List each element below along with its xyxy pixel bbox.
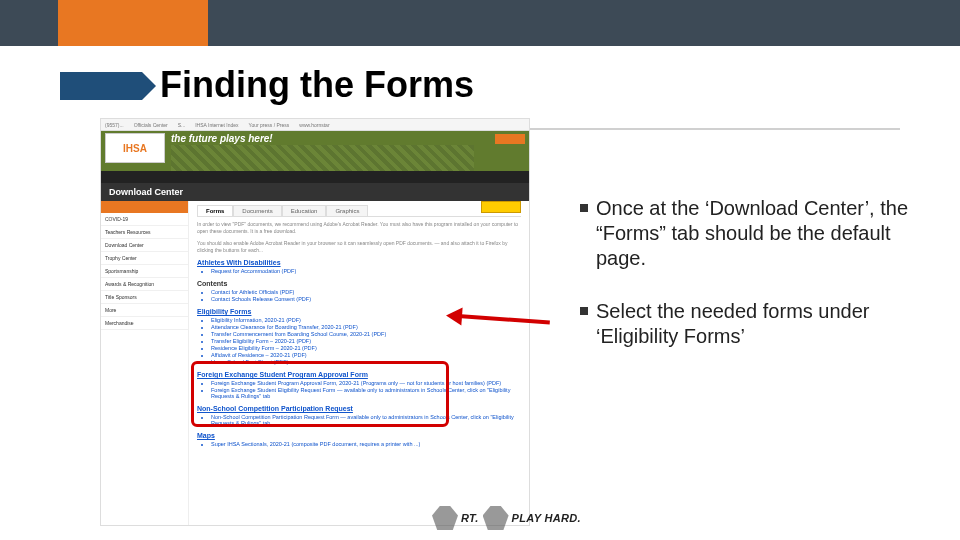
sidebar-item[interactable]: Awards & Recognition <box>101 278 188 291</box>
site-main-nav <box>101 171 529 183</box>
content-tabs: Forms Documents Education Graphics <box>197 205 521 217</box>
site-banner: IHSA the future plays here! <box>101 131 529 171</box>
section-list: Eligibility Information, 2020-21 (PDF) A… <box>197 317 521 365</box>
sidebar-item[interactable]: More <box>101 304 188 317</box>
ihsa-logo: IHSA <box>105 133 165 163</box>
footer-figure-icon <box>432 506 458 530</box>
browser-bookmarks-bar: (9557)... Officials Center S... IHSA Int… <box>101 119 529 131</box>
section-list: Contact for Athletic Officials (PDF) Con… <box>197 289 521 302</box>
list-item[interactable]: Transfer Eligibility Form – 2020-21 (PDF… <box>211 338 521 344</box>
sidebar-item[interactable]: Trophy Center <box>101 252 188 265</box>
bookmark: S... <box>178 122 186 128</box>
section-heading-eligibility: Eligibility Forms <box>197 308 521 315</box>
main-content: Forms Documents Education Graphics In or… <box>189 201 529 525</box>
bullet-item: Select the needed forms under ‘Eligibili… <box>580 299 930 349</box>
adobe-reader-badge[interactable] <box>481 201 521 213</box>
footer-figure-icon <box>483 506 509 530</box>
list-item[interactable]: Transfer Commencement from Boarding Scho… <box>211 331 521 337</box>
list-item[interactable]: Residence Eligibility Form – 2020-21 (PD… <box>211 345 521 351</box>
bullet-list: Once at the ‘Download Center’, the “Form… <box>580 196 930 377</box>
adobe-note: You should also enable Adobe Acrobat Rea… <box>197 240 521 253</box>
section-list: Super IHSA Sectionals, 2020-21 (composit… <box>197 441 521 447</box>
bullet-marker-icon <box>580 307 588 315</box>
list-item[interactable]: Attendance Clearance for Boarding Transf… <box>211 324 521 330</box>
section-heading-disabilities: Athletes With Disabilities <box>197 259 521 266</box>
site-tagline: the future plays here! <box>171 133 273 144</box>
bullet-item: Once at the ‘Download Center’, the “Form… <box>580 196 930 271</box>
list-item[interactable]: Contact for Athletic Officials (PDF) <box>211 289 521 295</box>
section-list: Request for Accommodation (PDF) <box>197 268 521 274</box>
slide-top-accent <box>58 0 208 46</box>
contents-label: Contents <box>197 280 521 287</box>
footer-text-left: RT. <box>461 512 479 524</box>
list-item[interactable]: Request for Accommodation (PDF) <box>211 268 521 274</box>
login-button[interactable] <box>495 134 525 144</box>
highlight-box-eligibility <box>191 361 449 427</box>
sidebar-header <box>101 201 188 213</box>
embedded-screenshot: (9557)... Officials Center S... IHSA Int… <box>100 118 530 526</box>
bookmark: IHSA Internet Index <box>195 122 238 128</box>
sidebar-item[interactable]: Teachers Resources <box>101 226 188 239</box>
slide-title: Finding the Forms <box>160 64 474 106</box>
bookmark: (9557)... <box>105 122 124 128</box>
sidebar-item[interactable]: Title Sponsors <box>101 291 188 304</box>
sidebar-item[interactable]: COVID-19 <box>101 213 188 226</box>
bookmark: Your press / Press <box>249 122 290 128</box>
tab-graphics[interactable]: Graphics <box>326 205 368 216</box>
section-heading-maps: Maps <box>197 432 521 439</box>
banner-image <box>171 145 474 171</box>
list-item[interactable]: Super IHSA Sectionals, 2020-21 (composit… <box>211 441 521 447</box>
sidebar-item[interactable]: Download Center <box>101 239 188 252</box>
bullet-text: Once at the ‘Download Center’, the “Form… <box>596 196 930 271</box>
title-tab-shape <box>60 72 142 100</box>
tab-education[interactable]: Education <box>282 205 327 216</box>
page-header: Download Center <box>101 183 529 201</box>
intro-paragraph: In order to view "PDF" documents, we rec… <box>197 221 521 234</box>
list-item[interactable]: Contact Schools Release Consent (PDF) <box>211 296 521 302</box>
bookmark: Officials Center <box>134 122 168 128</box>
tab-forms[interactable]: Forms <box>197 205 233 216</box>
sidebar-item[interactable]: Merchandise <box>101 317 188 330</box>
footer-logo: RT. PLAY HARD. <box>432 506 581 530</box>
bookmark: www.hornstar <box>299 122 329 128</box>
bullet-text: Select the needed forms under ‘Eligibili… <box>596 299 930 349</box>
list-item[interactable]: Affidavit of Residence – 2020-21 (PDF) <box>211 352 521 358</box>
sidebar: COVID-19 Teachers Resources Download Cen… <box>101 201 189 525</box>
bullet-marker-icon <box>580 204 588 212</box>
sidebar-item[interactable]: Sportsmanship <box>101 265 188 278</box>
footer-text-right: PLAY HARD. <box>512 512 581 524</box>
tab-documents[interactable]: Documents <box>233 205 281 216</box>
